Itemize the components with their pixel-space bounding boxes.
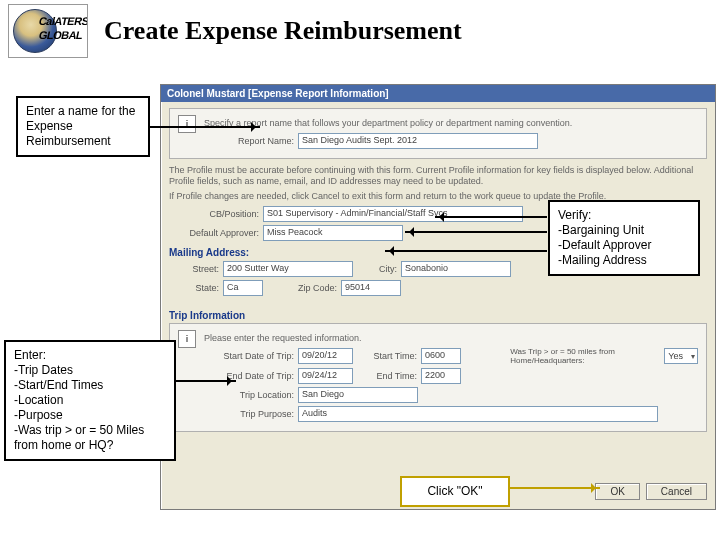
arrow-name	[150, 126, 260, 128]
page-title: Create Expense Reimbursement	[104, 16, 462, 46]
callout-enter-l4: -Purpose	[14, 408, 166, 423]
calaters-logo: CalATERS GLOBAL	[8, 4, 88, 58]
end-time-input[interactable]: 2200	[421, 368, 461, 384]
trip-info-infobox: i Please enter the requested information…	[169, 323, 707, 433]
street-label: Street:	[169, 264, 219, 274]
callout-verify-l2: -Default Approver	[558, 238, 690, 253]
miles-select[interactable]: Yes	[664, 348, 698, 364]
cb-position-input[interactable]: S01 Supervisory - Admin/Financial/Staff …	[263, 206, 523, 222]
trip-instruction: Please enter the requested information.	[204, 333, 698, 345]
cancel-button[interactable]: Cancel	[646, 483, 707, 500]
report-name-infobox: i Specify a report name that follows you…	[169, 108, 707, 159]
zip-label: Zip Code:	[267, 283, 337, 293]
trip-purpose-input[interactable]: Audits	[298, 406, 658, 422]
start-date-label: Start Date of Trip:	[204, 351, 294, 361]
trip-location-label: Trip Location:	[204, 390, 294, 400]
callout-enter-l3: -Location	[14, 393, 166, 408]
arrow-verify-1	[435, 216, 547, 218]
city-input[interactable]: Sonabonio	[401, 261, 511, 277]
window-titlebar: Colonel Mustard [Expense Report Informat…	[161, 85, 715, 102]
ok-button[interactable]: OK	[595, 483, 639, 500]
arrow-verify-2	[405, 231, 547, 233]
trip-location-input[interactable]: San Diego	[298, 387, 418, 403]
state-label: State:	[169, 283, 219, 293]
end-date-input[interactable]: 09/24/12	[298, 368, 353, 384]
callout-verify-l3: -Mailing Address	[558, 253, 690, 268]
trip-purpose-label: Trip Purpose:	[204, 409, 294, 419]
callout-click-ok: Click "OK"	[400, 476, 510, 507]
callout-verify-l1: -Bargaining Unit	[558, 223, 690, 238]
start-time-label: Start Time:	[357, 351, 417, 361]
start-date-input[interactable]: 09/20/12	[298, 348, 353, 364]
info-icon: i	[178, 330, 196, 348]
profile-para-1: The Profile must be accurate before cont…	[169, 165, 707, 188]
logo-text-2: GLOBAL	[38, 29, 84, 41]
callout-enter-heading: Enter:	[14, 348, 166, 363]
expense-dialog: Colonel Mustard [Expense Report Informat…	[160, 84, 716, 510]
street-input[interactable]: 200 Sutter Way	[223, 261, 353, 277]
state-input[interactable]: Ca	[223, 280, 263, 296]
city-label: City:	[357, 264, 397, 274]
trip-info-heading: Trip Information	[169, 310, 707, 321]
miles-question-label: Was Trip > or = 50 miles from Home/Headq…	[510, 347, 660, 365]
arrow-ok	[510, 487, 600, 489]
info-icon: i	[178, 115, 196, 133]
default-approver-input[interactable]: Miss Peacock	[263, 225, 403, 241]
default-approver-label: Default Approver:	[169, 228, 259, 238]
arrow-enter	[176, 380, 236, 382]
arrow-verify-3	[385, 250, 547, 252]
callout-enter-l1: -Trip Dates	[14, 363, 166, 378]
zip-input[interactable]: 95014	[341, 280, 401, 296]
callout-enter-trip: Enter: -Trip Dates -Start/End Times -Loc…	[4, 340, 176, 461]
report-name-input[interactable]: San Diego Audits Sept. 2012	[298, 133, 538, 149]
logo-text-1: CalATERS	[38, 15, 88, 27]
cb-position-label: CB/Position:	[169, 209, 259, 219]
callout-verify: Verify: -Bargaining Unit -Default Approv…	[548, 200, 700, 276]
dialog-button-bar: OK Cancel	[595, 483, 707, 500]
window-body: i Specify a report name that follows you…	[161, 102, 715, 506]
start-time-input[interactable]: 0600	[421, 348, 461, 364]
callout-enter-name: Enter a name for the Expense Reimburseme…	[16, 96, 150, 157]
callout-verify-heading: Verify:	[558, 208, 690, 223]
slide-header: CalATERS GLOBAL Create Expense Reimburse…	[0, 0, 720, 66]
callout-enter-l2: -Start/End Times	[14, 378, 166, 393]
report-name-instruction: Specify a report name that follows your …	[204, 118, 698, 130]
callout-enter-l5: -Was trip > or = 50 Miles from home or H…	[14, 423, 166, 453]
report-name-label: Report Name:	[204, 136, 294, 146]
end-time-label: End Time:	[357, 371, 417, 381]
